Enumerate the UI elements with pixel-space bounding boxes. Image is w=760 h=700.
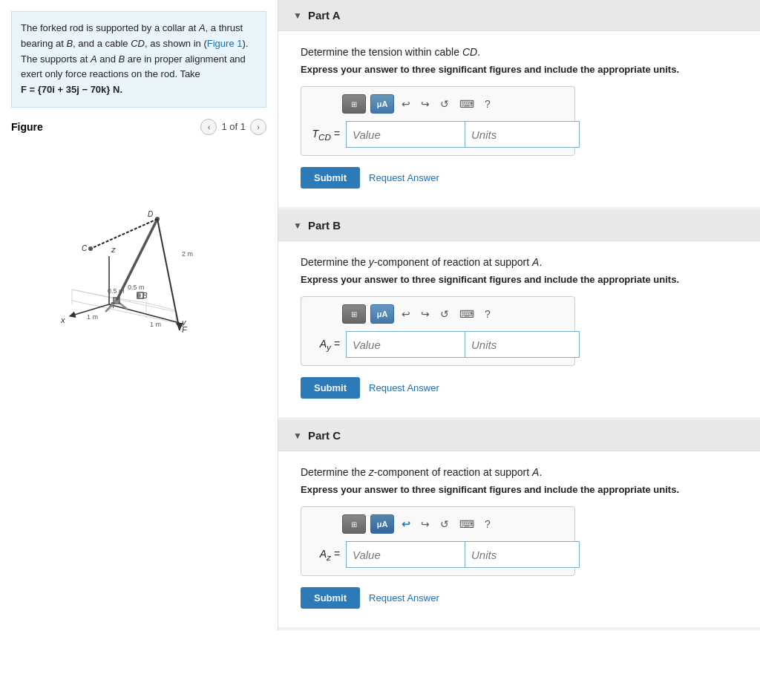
part-a-undo-button[interactable]: ↩ xyxy=(399,97,413,111)
part-a-answer-box: ⊞ μA ↩ ↪ ↺ ⌨ xyxy=(301,86,575,156)
part-c-action-row: Submit Request Answer xyxy=(301,587,738,609)
refresh-icon: ↺ xyxy=(440,98,449,110)
part-a-keyboard-button[interactable]: ⌨ xyxy=(456,97,477,111)
undo-icon: ↩ xyxy=(402,98,410,110)
part-a-refresh-button[interactable]: ↺ xyxy=(437,97,452,111)
redo-icon: ↪ xyxy=(421,98,430,110)
part-a-section: ▼ Part A Determine the tension within ca… xyxy=(278,0,760,207)
part-b-help-button[interactable]: ? xyxy=(482,307,494,321)
part-a-content: Determine the tension within cable CD. E… xyxy=(278,31,760,207)
part-a-request-link[interactable]: Request Answer xyxy=(369,172,439,183)
help-icon: ? xyxy=(485,98,491,110)
part-c-header: ▼ Part C xyxy=(278,420,760,451)
svg-line-6 xyxy=(72,290,109,297)
part-b-request-link[interactable]: Request Answer xyxy=(369,382,439,393)
svg-text:0.5 m: 0.5 m xyxy=(108,287,125,295)
help-icon-c: ? xyxy=(485,518,491,530)
part-c-input-row: Az = xyxy=(309,541,567,568)
part-c-submit-button[interactable]: Submit xyxy=(301,587,360,609)
grid-icon-c: ⊞ xyxy=(351,520,357,529)
grid-icon: ⊞ xyxy=(351,100,357,108)
svg-line-24 xyxy=(91,219,157,249)
part-c-request-link[interactable]: Request Answer xyxy=(369,592,439,603)
part-a-input-row: TCD = xyxy=(309,121,567,148)
part-b-keyboard-button[interactable]: ⌨ xyxy=(456,307,477,321)
part-c-undo-button[interactable]: ↩ xyxy=(399,517,413,531)
part-a-arrow: ▼ xyxy=(293,10,302,21)
part-c-var-label: Az = xyxy=(309,548,346,562)
svg-text:1 m: 1 m xyxy=(150,321,161,328)
figure-next-button[interactable]: › xyxy=(250,119,266,135)
part-b-action-row: Submit Request Answer xyxy=(301,377,738,399)
part-a-toolbar: ⊞ μA ↩ ↪ ↺ ⌨ xyxy=(309,94,567,114)
part-b-submit-button[interactable]: Submit xyxy=(301,377,360,399)
mu-label-b: μA xyxy=(377,310,388,318)
svg-text:z: z xyxy=(111,245,116,254)
part-b-redo-button[interactable]: ↪ xyxy=(418,307,433,321)
refresh-icon-c: ↺ xyxy=(440,518,449,530)
svg-text:C: C xyxy=(82,244,88,252)
svg-text:2 m: 2 m xyxy=(182,250,193,258)
part-b-mu-button[interactable]: μA xyxy=(370,304,394,324)
undo-icon-b: ↩ xyxy=(402,308,410,320)
figure-prev-button[interactable]: ‹ xyxy=(200,119,217,135)
part-c-mu-button[interactable]: μA xyxy=(370,514,394,534)
part-a-mu-button[interactable]: μA xyxy=(370,94,394,114)
part-b-undo-button[interactable]: ↩ xyxy=(399,307,413,321)
figure-section: Figure ‹ 1 of 1 › xyxy=(11,119,266,349)
part-c-content: Determine the z-component of reaction at… xyxy=(278,451,760,627)
force-equation: F = {70i + 35j − 70k} N. xyxy=(21,84,122,95)
part-a-help-button[interactable]: ? xyxy=(482,97,494,111)
part-b-units-input[interactable] xyxy=(465,331,580,358)
part-c-value-input[interactable] xyxy=(346,541,465,568)
part-b-var-label: Ay = xyxy=(309,338,346,352)
part-b-arrow: ▼ xyxy=(293,220,302,231)
part-c-redo-button[interactable]: ↪ xyxy=(418,517,433,531)
left-panel: The forked rod is supported by a collar … xyxy=(0,0,278,630)
svg-line-27 xyxy=(157,219,180,330)
part-b-section: ▼ Part B Determine the y-component of re… xyxy=(278,210,760,417)
mu-label-c: μA xyxy=(377,520,388,529)
part-c-answer-box: ⊞ μA ↩ ↪ ↺ ⌨ xyxy=(301,506,575,576)
part-c-help-button[interactable]: ? xyxy=(482,517,494,531)
part-a-grid-button[interactable]: ⊞ xyxy=(342,94,366,114)
figure-header: Figure ‹ 1 of 1 › xyxy=(11,119,266,135)
part-a-instruction: Express your answer to three significant… xyxy=(301,64,738,75)
svg-text:x: x xyxy=(60,315,65,324)
part-c-instruction: Express your answer to three significant… xyxy=(301,484,738,495)
part-c-section: ▼ Part C Determine the z-component of re… xyxy=(278,420,760,627)
part-b-input-row: Ay = xyxy=(309,331,567,358)
part-a-value-input[interactable] xyxy=(346,121,465,148)
figure-link[interactable]: Figure 1 xyxy=(207,38,243,49)
figure-svg: x y z A B xyxy=(50,141,228,349)
part-c-title: Part C xyxy=(308,429,341,442)
part-b-instruction: Express your answer to three significant… xyxy=(301,274,738,285)
part-c-grid-button[interactable]: ⊞ xyxy=(342,514,366,534)
part-c-units-input[interactable] xyxy=(465,541,580,568)
figure-title: Figure xyxy=(11,121,43,133)
part-a-title: Part A xyxy=(308,9,341,22)
problem-text-line1: The forked rod is supported by a collar … xyxy=(21,22,248,79)
right-panel: ▼ Part A Determine the tension within ca… xyxy=(278,0,760,630)
keyboard-icon: ⌨ xyxy=(459,98,474,110)
part-a-units-input[interactable] xyxy=(465,121,580,148)
figure-nav: ‹ 1 of 1 › xyxy=(200,119,266,135)
figure-page-text: 1 of 1 xyxy=(221,121,246,132)
redo-icon-b: ↪ xyxy=(421,308,430,320)
keyboard-icon-c: ⌨ xyxy=(459,518,474,530)
grid-icon-b: ⊞ xyxy=(351,310,357,318)
part-a-redo-button[interactable]: ↪ xyxy=(418,97,433,111)
svg-text:D: D xyxy=(148,210,153,218)
part-b-value-input[interactable] xyxy=(346,331,465,358)
problem-statement: The forked rod is supported by a collar … xyxy=(11,11,266,108)
part-c-keyboard-button[interactable]: ⌨ xyxy=(456,517,477,531)
keyboard-icon-b: ⌨ xyxy=(459,308,474,320)
part-a-submit-button[interactable]: Submit xyxy=(301,167,360,189)
part-b-refresh-button[interactable]: ↺ xyxy=(437,307,452,321)
mu-label: μA xyxy=(377,99,388,108)
svg-text:1 m: 1 m xyxy=(87,313,98,321)
part-b-grid-button[interactable]: ⊞ xyxy=(342,304,366,324)
part-c-refresh-button[interactable]: ↺ xyxy=(437,517,452,531)
undo-icon-c: ↩ xyxy=(402,518,410,530)
part-b-toolbar: ⊞ μA ↩ ↪ ↺ ⌨ xyxy=(309,304,567,324)
